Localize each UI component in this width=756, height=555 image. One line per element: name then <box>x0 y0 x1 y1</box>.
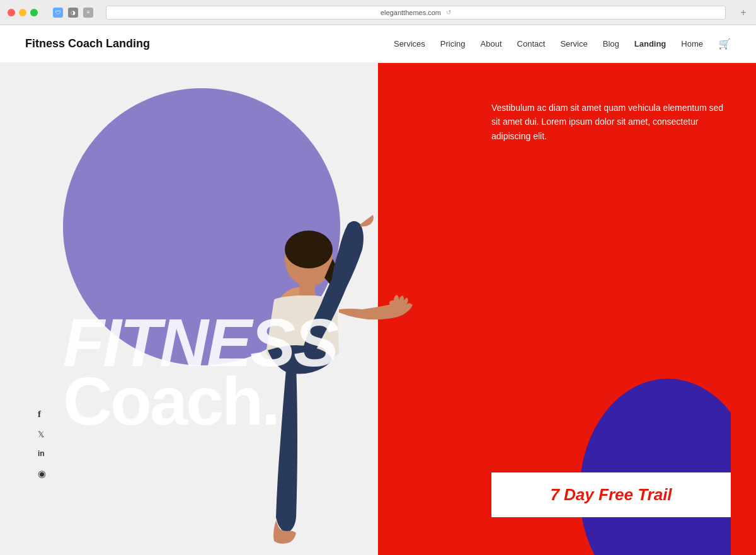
nav-contact[interactable]: Contact <box>517 39 546 49</box>
cart-icon[interactable]: 🛒 <box>718 38 731 50</box>
swirl-shape <box>554 316 731 555</box>
maximize-dot[interactable] <box>30 9 38 16</box>
browser-chrome: 🛡 ◑ ≡ elegantthemes.com ↺ + <box>0 0 756 25</box>
nav-about[interactable]: About <box>481 39 502 49</box>
nav-services[interactable]: Services <box>394 39 425 49</box>
nav-blog[interactable]: Blog <box>603 39 619 49</box>
shield-icon: 🛡 <box>53 8 63 18</box>
address-bar[interactable]: elegantthemes.com ↺ <box>106 6 726 20</box>
twitter-icon[interactable]: 𝕏 <box>38 430 46 439</box>
close-dot[interactable] <box>8 9 15 16</box>
menu-icon: ≡ <box>83 8 93 18</box>
url-text: elegantthemes.com <box>381 9 441 16</box>
new-tab-button[interactable]: + <box>738 8 748 18</box>
social-icons-container: f 𝕏 in ◉ <box>38 409 46 479</box>
traffic-lights <box>8 9 38 16</box>
nav-pricing[interactable]: Pricing <box>440 39 466 49</box>
yoga-person <box>176 127 416 555</box>
site-header: Fitness Coach Landing Services Pricing A… <box>0 25 756 63</box>
hero-section: FITNESS Coach. f 𝕏 in ◉ Vestibulum ac di… <box>0 63 756 555</box>
svg-point-0 <box>580 379 731 555</box>
cta-button[interactable]: 7 Day Free Trail <box>491 472 731 517</box>
minimize-dot[interactable] <box>19 9 26 16</box>
hero-description-container: Vestibulum ac diam sit amet quam vehicul… <box>491 101 731 143</box>
hero-description: Vestibulum ac diam sit amet quam vehicul… <box>491 101 731 143</box>
reload-icon[interactable]: ↺ <box>446 9 451 16</box>
svg-point-3 <box>285 231 333 268</box>
nav-service[interactable]: Service <box>560 39 587 49</box>
browser-controls: 🛡 ◑ ≡ <box>53 8 93 18</box>
website-container: Fitness Coach Landing Services Pricing A… <box>0 25 756 555</box>
nav-home[interactable]: Home <box>681 39 703 49</box>
cta-wrapper: 7 Day Free Trail <box>491 472 731 517</box>
facebook-icon[interactable]: f <box>38 409 46 420</box>
site-logo[interactable]: Fitness Coach Landing <box>25 37 150 50</box>
nav-landing[interactable]: Landing <box>634 39 667 49</box>
linkedin-icon[interactable]: in <box>38 449 46 458</box>
theme-icon: ◑ <box>68 8 78 18</box>
instagram-icon[interactable]: ◉ <box>38 468 46 479</box>
main-nav: Services Pricing About Contact Service B… <box>394 38 731 50</box>
